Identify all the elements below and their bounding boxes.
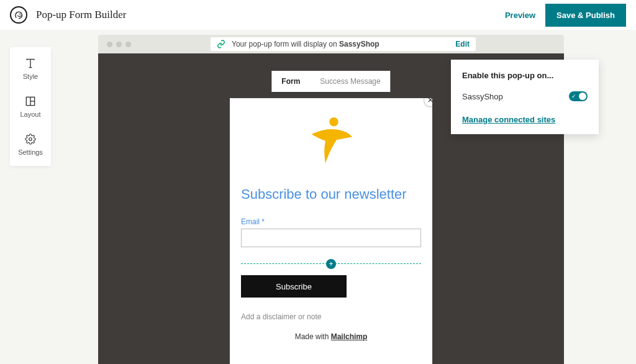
mailchimp-icon bbox=[12, 8, 25, 22]
svg-point-0 bbox=[12, 9, 24, 20]
tab-success-message[interactable]: Success Message bbox=[310, 71, 390, 92]
manage-connected-sites-link[interactable]: Manage connected sites bbox=[462, 115, 588, 124]
add-element-button[interactable]: + bbox=[326, 259, 336, 269]
topbar-actions: Preview Save & Publish bbox=[505, 4, 626, 27]
tool-settings-label: Settings bbox=[18, 148, 43, 156]
tool-style-label: Style bbox=[23, 73, 38, 80]
toggle-knob bbox=[579, 93, 586, 100]
form-logo bbox=[241, 109, 421, 176]
close-icon[interactable]: ✕ bbox=[424, 98, 432, 107]
tool-style[interactable]: Style bbox=[10, 55, 51, 83]
made-with-brand[interactable]: Mailchimp bbox=[331, 332, 368, 341]
url-bar: Your pop-up form will display on SassySh… bbox=[211, 37, 476, 51]
enable-site-name: SassyShop bbox=[462, 92, 503, 101]
layout-icon bbox=[24, 95, 37, 107]
enable-site-row: SassyShop ✓ bbox=[462, 91, 588, 101]
add-element-divider: + bbox=[241, 263, 421, 264]
link-icon bbox=[217, 40, 225, 48]
url-prefix: Your pop-up form will display on bbox=[232, 40, 339, 48]
svg-point-6 bbox=[329, 117, 338, 126]
app-title: Pop-up Form Builder bbox=[36, 9, 126, 21]
check-icon: ✓ bbox=[571, 93, 576, 99]
gear-icon bbox=[24, 133, 37, 145]
preview-link[interactable]: Preview bbox=[505, 11, 535, 20]
tab-form[interactable]: Form bbox=[271, 71, 310, 92]
disclaimer-text[interactable]: Add a disclaimer or note bbox=[241, 312, 421, 321]
enable-title: Enable this pop-up on... bbox=[462, 71, 588, 80]
top-bar: Pop-up Form Builder Preview Save & Publi… bbox=[0, 0, 636, 30]
popup-form: ✕ Subscribe to our newsletter Email * + … bbox=[230, 98, 432, 364]
tool-layout-label: Layout bbox=[20, 111, 40, 118]
edit-sites-link[interactable]: Edit bbox=[455, 40, 470, 48]
traffic-lights bbox=[107, 42, 131, 47]
type-icon bbox=[24, 57, 37, 70]
subscribe-button[interactable]: Subscribe bbox=[241, 275, 347, 298]
enable-toggle[interactable]: ✓ bbox=[569, 91, 588, 101]
tool-layout[interactable]: Layout bbox=[10, 93, 51, 121]
made-with: Made with Mailchimp bbox=[241, 332, 421, 341]
svg-point-1 bbox=[19, 14, 20, 15]
url-text: Your pop-up form will display on SassySh… bbox=[232, 40, 449, 48]
browser-chrome: Your pop-up form will display on SassySh… bbox=[98, 35, 564, 53]
star-person-icon bbox=[303, 112, 359, 168]
email-label: Email * bbox=[241, 217, 421, 226]
url-site: SassyShop bbox=[339, 40, 379, 48]
svg-point-5 bbox=[29, 138, 32, 141]
tool-settings[interactable]: Settings bbox=[10, 130, 51, 158]
enable-popover: Enable this pop-up on... SassyShop ✓ Man… bbox=[451, 60, 599, 134]
left-tool-panel: Style Layout Settings bbox=[10, 47, 51, 166]
email-field[interactable] bbox=[241, 229, 421, 247]
form-heading: Subscribe to our newsletter bbox=[241, 186, 421, 202]
tab-switch: Form Success Message bbox=[271, 71, 390, 92]
save-publish-button[interactable]: Save & Publish bbox=[545, 4, 626, 27]
brand-logo bbox=[10, 6, 27, 24]
